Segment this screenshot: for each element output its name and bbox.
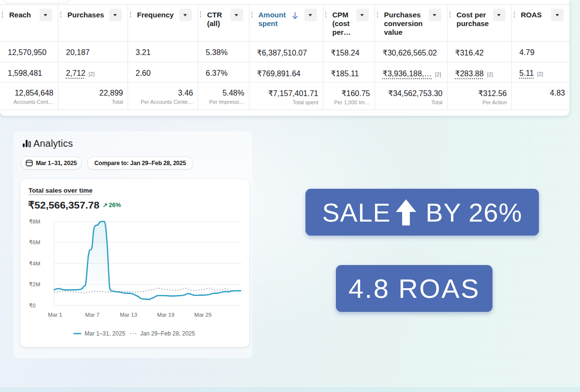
svg-text:₹2M: ₹2M (29, 281, 40, 287)
svg-text:Mar 1–31, 2025: Mar 1–31, 2025 (85, 330, 125, 337)
svg-text:₹6M: ₹6M (29, 239, 40, 245)
svg-text:Mar 19: Mar 19 (157, 312, 174, 318)
svg-text:Mar 7: Mar 7 (85, 312, 99, 318)
svg-text:↗: ↗ (102, 202, 107, 209)
svg-text:Total sales over time: Total sales over time (29, 187, 93, 194)
svg-text:Jan 29–Feb 28, 2025: Jan 29–Feb 28, 2025 (140, 330, 195, 337)
svg-text:₹8M: ₹8M (29, 219, 40, 224)
svg-text:Mar 25: Mar 25 (194, 312, 212, 318)
svg-text:₹0: ₹0 (29, 303, 36, 308)
svg-text:₹4M: ₹4M (29, 261, 40, 266)
svg-text:26%: 26% (109, 202, 121, 209)
svg-text:Mar 1: Mar 1 (48, 312, 62, 318)
svg-text:Mar 13: Mar 13 (120, 312, 137, 318)
svg-text:₹52,566,357.78: ₹52,566,357.78 (28, 199, 100, 210)
